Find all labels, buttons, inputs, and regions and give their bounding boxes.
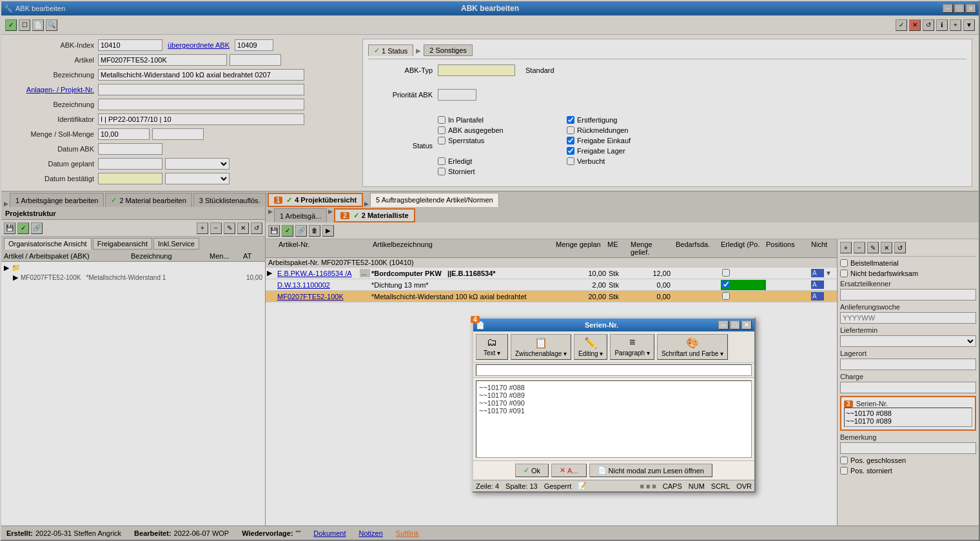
ok-button[interactable]: ✓ Ok [515,464,549,477]
status-tab-2[interactable]: 2 Sonstiges [424,44,472,56]
anlagen-label[interactable]: Anlagen- / Projekt-Nr. [8,86,98,93]
tab-3[interactable]: 3 Stücklistenauflös. [193,193,266,207]
mr1-erledigt[interactable] [722,269,730,277]
mr2-a1[interactable]: A [811,280,824,289]
mat-play-btn[interactable]: ▶ [322,225,334,237]
fr-refresh-btn[interactable]: ↺ [894,242,906,253]
fr-remove-btn[interactable]: − [854,242,865,253]
lp-edit-btn[interactable]: ✎ [224,222,235,234]
liefertermin-select[interactable] [840,335,976,347]
fr-edit-btn[interactable]: ✎ [867,242,879,253]
cb-erledigt[interactable] [438,157,446,165]
menge2-input[interactable] [152,128,204,140]
cb-freigabe-einkauf[interactable] [567,137,574,144]
softlink-link[interactable]: Softlink [396,529,419,537]
bezeichnung-input[interactable] [98,69,304,81]
mr3-a1[interactable]: A [811,292,824,300]
dialog-minimize[interactable]: ─ [718,320,729,330]
bezeichnung2-input[interactable] [98,99,304,110]
close-button[interactable]: ✕ [966,4,976,13]
dialog-content[interactable]: ~~10170 #088 ~~10170 #089 ~~10170 #090 ~… [476,380,752,458]
sub-tab-1[interactable]: 1 Arbeitsgä... [274,208,327,222]
page-button[interactable]: 📄 [32,19,44,31]
charge-input[interactable] [840,382,976,393]
tab-5[interactable]: 5 Auftragsbegleitende Artikel/Normen [370,193,499,207]
lagerort-input[interactable] [840,359,976,370]
x-right-button[interactable]: ✕ [909,19,921,31]
search-button[interactable]: 🔍 [46,19,57,31]
maximize-button[interactable]: □ [954,4,965,13]
tree-item-1[interactable]: ▶ MF0207FTE52-100K *Metallschicht-Widers… [3,273,264,282]
tool-editing[interactable]: ✏️ Editing ▾ [574,334,607,360]
mat-link-btn[interactable]: 🔗 [295,225,307,237]
check-right-button[interactable]: ✓ [896,19,907,31]
datum-bestaetigt-input[interactable] [98,173,162,184]
status-tab-1[interactable]: ✓ 1 Status [368,44,413,56]
cb-freigabe-lager[interactable] [567,147,574,155]
cb-storniert[interactable] [438,168,446,175]
mat-check-btn[interactable]: ✓ [282,225,293,237]
save-button[interactable]: ✓ [5,19,17,31]
dialog-maximize[interactable]: □ [730,320,740,330]
sub-tab-2[interactable]: 2 ✓ 2 Materialliste [334,208,415,222]
tool-zwischenablage[interactable]: 📋 Zwischenablage ▾ [511,334,571,360]
cb-pos-geschlossen[interactable] [840,457,848,464]
cb-nicht-bedarfs[interactable] [840,270,848,277]
lp-remove-btn[interactable]: − [210,222,222,234]
lp-add-btn[interactable]: + [197,222,208,234]
fr-del-btn[interactable]: ✕ [881,242,892,253]
artikel-input[interactable] [98,54,227,66]
cb-verbucht[interactable] [567,157,574,165]
tab-organisatorische[interactable]: Organisatorische Ansicht [4,238,92,250]
down-button[interactable]: ▼ [963,19,975,31]
datum-abk-input[interactable] [98,143,162,155]
lp-check-btn[interactable]: ✓ [17,222,29,234]
mr1-icon[interactable]: ... [360,269,370,277]
mr1-a1[interactable]: A [811,269,824,277]
material-row-2[interactable]: D.W.13.1100002 *Dichtung 13 mm* 2,00 Stk… [266,279,837,291]
abk-typ-input[interactable] [438,64,515,76]
prioritaet-input[interactable] [438,89,476,101]
mat-save-btn[interactable]: 💾 [268,225,280,237]
cancel-button[interactable]: ✕ A... [551,464,587,477]
lp-refresh-btn[interactable]: ↺ [251,222,262,234]
anlagen-input[interactable] [98,84,304,95]
cb-rueckmeldungen[interactable] [567,126,574,134]
dialog-search-input[interactable] [476,364,752,376]
cb-pos-storniert[interactable] [840,467,848,475]
tool-text[interactable]: 🗂 Text ▾ [476,334,508,360]
cb-beistellmaterial[interactable] [840,259,848,267]
identifikator-input[interactable] [98,113,304,125]
checkbox-button[interactable]: ☐ [19,19,30,31]
plus-button[interactable]: + [950,19,961,31]
info-button[interactable]: ℹ [936,19,948,31]
material-row-1[interactable]: ▶ E.B.PKW.A-1168534 /A ... *Bordcomputer… [266,268,837,279]
mr2-art[interactable]: D.W.13.1100002 [276,280,360,290]
bemerkung-input[interactable] [840,442,976,454]
datum-geplant-input[interactable] [98,158,162,170]
tool-paragraph[interactable]: ≡ Paragraph ▾ [610,334,654,360]
datum-geplant-select[interactable] [165,158,230,170]
tab-4[interactable]: 1 ✓ 4 Projektübersicht [268,193,364,207]
lp-delete-btn[interactable]: ✕ [237,222,249,234]
open-readonly-button[interactable]: 📄 Nicht modal zum Lesen öffnen [589,464,712,477]
dokument-link[interactable]: Dokument [313,529,346,537]
abk-index-input[interactable] [98,39,162,51]
lp-link-btn[interactable]: 🔗 [31,222,43,234]
tab-freigabe[interactable]: Freigabeansicht [93,238,152,250]
notizen-link[interactable]: Notizen [359,529,383,537]
cb-abk-ausgegeben[interactable] [438,126,446,134]
lp-save-btn[interactable]: 💾 [4,222,15,234]
fr-add-btn[interactable]: + [840,242,852,253]
minimize-button[interactable]: ─ [943,4,953,13]
tool-schriftart[interactable]: 🎨 Schriftart und Farbe ▾ [657,334,728,360]
tree-area[interactable]: ▶ 📁 ▶ MF0207FTE52-100K *Metallschicht-Wi… [1,262,265,526]
superordinate-link[interactable]: übergeordnete ABK [168,41,230,49]
anlieferungswoche-input[interactable] [840,312,976,324]
cb-in-plantafel[interactable] [438,116,446,124]
mat-del-btn[interactable]: 🗑 [309,225,320,237]
ersatzteil-input[interactable] [840,289,976,300]
superordinate-input[interactable] [235,39,273,51]
refresh-button[interactable]: ↺ [923,19,934,31]
mr1-art[interactable]: E.B.PKW.A-1168534 /A [276,269,360,278]
